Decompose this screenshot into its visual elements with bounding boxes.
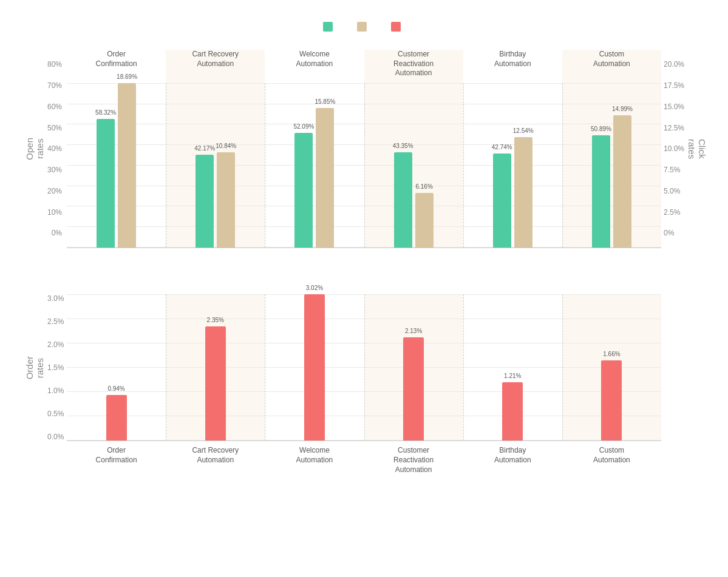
bottom-left-y-tick: 0.5% <box>47 410 64 417</box>
col-group: 50.89%14.99% <box>562 83 661 248</box>
bar-open: 58.32% <box>97 119 115 247</box>
bottom-col-group: 0.94% <box>67 294 166 441</box>
bar-order: 3.02% <box>304 294 325 441</box>
top-x-label <box>67 248 166 252</box>
legend-order-rate <box>391 22 406 32</box>
bottom-left-y-tick: 2.5% <box>47 318 64 325</box>
bar-wrap-open: 42.74% <box>493 154 511 248</box>
order-rate-swatch <box>391 22 401 32</box>
open-rate-swatch <box>323 22 333 32</box>
bottom-col-group: 3.02% <box>265 294 364 441</box>
left-y-tick: 60% <box>47 103 62 110</box>
bar-wrap-open: 43.35% <box>394 152 412 248</box>
bar-open-label: 43.35% <box>393 143 413 149</box>
top-x-labels <box>67 248 661 252</box>
right-y-tick: 7.5% <box>664 166 680 174</box>
bottom-x-label: Welcome Automation <box>265 441 364 474</box>
bottom-col-group: 2.13% <box>364 294 463 441</box>
bottom-x-label: Cart Recovery Automation <box>166 441 265 474</box>
bottom-x-label: Customer Reactivation Automation <box>364 441 463 474</box>
bar-order: 0.94% <box>106 395 127 440</box>
bar-order-label: 1.66% <box>603 351 620 357</box>
bar-wrap-click: 14.99% <box>613 115 631 247</box>
bar-wrap-order: 2.13% <box>403 337 424 440</box>
legend-open-rate <box>323 22 338 32</box>
bar-wrap-click: 12.54% <box>514 137 532 248</box>
top-group-label: Custom Automation <box>562 50 661 83</box>
top-group-label: Birthday Automation <box>463 50 562 83</box>
right-y-tick: 12.5% <box>664 124 684 132</box>
bar-order-label: 2.13% <box>405 328 422 334</box>
bottom-left-y-ticks: 3.0%2.5%2.0%1.5%1.0%0.5%0.0% <box>47 295 66 440</box>
bar-order-label: 0.94% <box>107 385 124 392</box>
top-group-label: Customer Reactivation Automation <box>364 50 463 83</box>
bar-open: 43.35% <box>394 152 412 248</box>
bar-click: 14.99% <box>613 115 631 247</box>
bar-wrap-open: 50.89% <box>592 135 610 247</box>
bar-wrap-order: 1.66% <box>601 360 622 441</box>
bar-order: 1.21% <box>502 382 523 441</box>
bar-order: 1.66% <box>601 360 622 441</box>
left-y-ticks: 80%70%60%50%40%30%20%10%0% <box>47 61 64 237</box>
col-group: 52.09%15.85% <box>265 83 364 248</box>
left-y-tick: 10% <box>47 209 62 216</box>
top-x-label <box>562 248 661 252</box>
bar-open-label: 52.09% <box>293 123 314 130</box>
col-group: 42.74%12.54% <box>463 83 562 248</box>
right-y-tick: 20.0% <box>664 61 684 68</box>
bar-order: 2.35% <box>205 326 226 440</box>
bar-open: 50.89% <box>592 135 610 247</box>
left-y-tick: 0% <box>52 229 62 237</box>
bottom-chart: Order rates 3.0%2.5%2.0%1.5%1.0%0.5%0.0%… <box>24 294 704 442</box>
bottom-x-labels: Order ConfirmationCart Recovery Automati… <box>67 441 661 474</box>
top-group-label: Welcome Automation <box>265 50 364 83</box>
bar-click: 12.54% <box>514 137 532 248</box>
bar-click-label: 14.99% <box>612 106 633 112</box>
col-group: 43.35%6.16% <box>364 83 463 248</box>
bottom-col-divider <box>166 294 166 441</box>
bar-order-label: 2.35% <box>207 317 224 323</box>
top-x-label <box>463 248 562 252</box>
bottom-bars-area: 0.94%2.35%3.02%2.13%1.21%1.66% <box>67 294 661 442</box>
bar-click: 10.84% <box>217 152 235 248</box>
bottom-x-label: Order Confirmation <box>67 441 166 474</box>
left-y-tick: 50% <box>47 124 62 132</box>
bar-open: 42.17% <box>196 155 214 248</box>
bottom-col-divider <box>364 294 365 441</box>
bar-click: 18.69% <box>118 83 136 248</box>
left-y-axis: Open rates 80%70%60%50%40%30%20%10%0% <box>24 50 67 248</box>
bottom-left-y-tick: 2.0% <box>47 341 64 348</box>
col-group: 42.17%10.84% <box>166 83 265 248</box>
bottom-left-y-tick: 1.0% <box>47 387 64 394</box>
bottom-col-group: 1.66% <box>562 294 661 441</box>
right-y-tick: 15.0% <box>664 103 684 110</box>
bar-click-label: 18.69% <box>117 73 137 80</box>
right-y-tick: 5.0% <box>664 187 680 195</box>
right-y-tick: 0% <box>664 229 674 237</box>
bar-open-label: 58.32% <box>95 109 116 116</box>
left-y-tick: 40% <box>47 145 62 152</box>
bar-open-label: 42.17% <box>194 145 215 152</box>
order-rates-label: Order rates <box>24 356 45 379</box>
bottom-col-divider <box>562 294 563 441</box>
bar-wrap-order: 0.94% <box>106 395 127 440</box>
bottom-col-divider <box>265 294 265 441</box>
bar-wrap-open: 58.32% <box>97 119 115 247</box>
bar-order-label: 1.21% <box>504 373 521 379</box>
bottom-col-group: 1.21% <box>463 294 562 441</box>
bar-wrap-order: 2.35% <box>205 326 226 440</box>
top-group-labels: Order ConfirmationCart Recovery Automati… <box>67 50 661 83</box>
open-rates-label: Open rates <box>24 138 45 160</box>
bar-open: 52.09% <box>294 133 313 248</box>
top-group-label: Cart Recovery Automation <box>166 50 265 83</box>
charts-wrapper: Open rates 80%70%60%50%40%30%20%10%0% Or… <box>12 50 716 474</box>
bar-click: 6.16% <box>415 193 434 247</box>
top-x-label <box>364 248 463 252</box>
chart-legend <box>12 22 716 32</box>
click-rate-swatch <box>357 22 367 32</box>
bottom-left-y-tick: 3.0% <box>47 295 64 302</box>
top-x-label <box>166 248 265 252</box>
bar-open: 42.74% <box>493 154 511 248</box>
bottom-left-y-tick: 0.0% <box>47 433 64 440</box>
top-bars-area: 58.32%18.69%42.17%10.84%52.09%15.85%43.3… <box>67 83 661 248</box>
